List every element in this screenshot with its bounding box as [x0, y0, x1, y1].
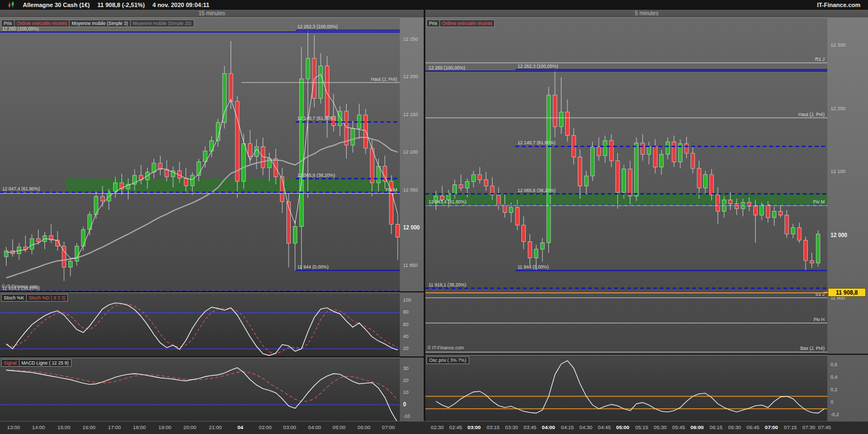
fib-zone	[425, 194, 827, 205]
level-label: 12 065,6 (38,20%)	[297, 173, 335, 178]
level-label: 12 140,7 (61,80%)	[518, 140, 556, 145]
x-axis-label: 04	[238, 424, 244, 430]
left-price-chart[interactable]: 12 260 (100,00%)12 262,3 (100,00%)Haut (…	[0, 17, 400, 291]
level-label: 12 262,3 (100,00%)	[518, 63, 558, 69]
stoch-d-line	[7, 304, 398, 354]
legend-item[interactable]: Prix	[426, 20, 440, 27]
x-axis-label: 05:30	[654, 424, 667, 430]
y-axis-label: 12 100	[831, 169, 846, 174]
legend-item[interactable]: Signal	[1, 359, 20, 367]
candles-layer	[434, 70, 820, 271]
legend-item[interactable]: MACD Ligne ( 12 25 9)	[19, 359, 72, 367]
level-label: 11 916,1 (38,20%)	[429, 282, 466, 288]
y-axis-label: 12 200	[831, 106, 846, 111]
y-axis-label: -0,2	[831, 412, 839, 417]
y-axis-label: 0,6	[831, 362, 838, 367]
level-label: 12 065,6 (38,20%)	[518, 188, 556, 193]
legend-item[interactable]: Stoch %K	[1, 294, 27, 302]
legend-item[interactable]: Moyenne mobile (Simple 3)	[69, 20, 130, 27]
legend-item[interactable]: Osc prix ( 3% 7%)	[426, 356, 469, 364]
x-axis-label: 19:00	[158, 424, 171, 430]
left-timeframe-header: 15 minutes	[0, 10, 424, 17]
right-osc-panel[interactable]	[425, 355, 827, 421]
y-axis-label: 12 000	[403, 225, 420, 231]
macd-line	[7, 368, 398, 421]
y-axis-label: -10	[403, 413, 410, 419]
legend-item[interactable]: Moyenne mobile (Simple 25)	[130, 20, 194, 27]
y-axis-label: 30	[403, 366, 409, 371]
x-axis-label: 02:30	[431, 424, 444, 430]
legend-item[interactable]: Prix	[1, 20, 15, 27]
y-axis-label: 11 950	[403, 263, 418, 268]
legend-item[interactable]: Ordres exécutés récents	[439, 20, 495, 27]
level-label: 12 047,4 (61,80%)	[2, 186, 40, 192]
x-axis-label: 02:00	[259, 424, 272, 430]
x-axis-label: 04:00	[308, 424, 321, 430]
brand: IT-Finance.com	[817, 2, 860, 8]
stoch-legend: Stoch %KStoch %D ( 8 3 3)	[2, 294, 68, 302]
x-axis-label: 07:00	[765, 424, 778, 430]
current-price-tag: 11 908,8	[828, 288, 866, 297]
y-axis-label: 20	[403, 378, 409, 383]
x-axis-label: 03:15	[487, 424, 500, 430]
datetime: 4 nov. 2020 09:04:11	[152, 2, 209, 8]
left-macd-panel[interactable]	[0, 358, 400, 421]
y-axis-label: 12 150	[403, 112, 418, 117]
last-quote: 11 908,8 (-2,51%)	[98, 2, 145, 8]
logo-candlestick-icon	[8, 1, 15, 9]
x-axis-label: 07:00	[382, 424, 395, 430]
y-axis-label: 0,2	[831, 387, 838, 392]
y-axis-label: 12 200	[403, 74, 418, 79]
x-axis-label: 03:45	[524, 424, 537, 430]
x-axis-label: 07:30	[802, 424, 815, 430]
y-axis-label: 12 050	[403, 187, 418, 193]
x-axis-label: 03:30	[505, 424, 518, 430]
legend-item[interactable]: Stoch %D ( 8 3 3)	[26, 294, 68, 302]
legend-item[interactable]: Ordres exécutés récents	[14, 20, 70, 27]
x-axis-label: 21:00	[209, 424, 222, 430]
level-label: 12 260 (100,00%)	[429, 65, 465, 71]
y-axis-label: 12 100	[403, 149, 418, 155]
right-timeframe-header: 5 minutes	[425, 10, 868, 17]
y-axis-label: 60	[403, 322, 409, 327]
x-axis-label: 05:45	[672, 424, 685, 430]
y-axis-label: 12 000	[831, 232, 847, 238]
left-stoch-panel[interactable]	[0, 292, 400, 356]
level-label: Piv M	[813, 199, 825, 205]
y-axis-label: 12 250	[403, 36, 418, 42]
x-axis-label: 17:00	[108, 424, 121, 430]
level-label: 12 140,7 (61,80%)	[297, 116, 335, 121]
right-price-legend: PrixOrdres exécutés récents	[427, 20, 495, 27]
stoch-k-line	[7, 303, 398, 355]
y-axis-label: 80	[403, 309, 409, 315]
x-axis-label: 04:30	[579, 424, 592, 430]
level-label: 12 047,4 (61,80%)	[429, 199, 467, 205]
x-axis-label: 06:45	[746, 424, 760, 430]
candles-layer	[4, 30, 400, 280]
x-axis-label: 03:00	[468, 424, 481, 430]
x-axis-label: 04:00	[542, 424, 555, 430]
x-axis-label: 06:00	[691, 424, 704, 430]
x-axis-label: 05:00	[333, 424, 346, 430]
right-price-chart[interactable]: R1 J12 260 (100,00%)12 262,3 (100,00%)Ha…	[425, 17, 827, 354]
x-axis-label: 06:00	[358, 424, 371, 430]
y-axis-label: 0,4	[831, 374, 838, 380]
x-axis-label: 04:15	[561, 424, 574, 430]
copyright-left: © IT-Finance.com	[2, 284, 38, 289]
level-label: Piv H	[814, 317, 825, 322]
current-price-tick	[824, 292, 828, 293]
x-axis-label: 03:00	[283, 424, 296, 430]
macd-signal-line	[7, 370, 398, 401]
right-price-axis-gutter	[827, 17, 868, 421]
y-axis-label: 100	[403, 297, 411, 303]
x-axis-label: 13:00	[7, 424, 20, 430]
x-axis-label: 05:15	[635, 424, 648, 430]
y-axis-label: 20	[403, 346, 409, 351]
x-axis-label: 15:00	[58, 424, 71, 430]
x-axis-label: 18:00	[133, 424, 146, 430]
level-label: Bas (J, Pré)	[800, 346, 825, 351]
instrument-title: Allemagne 30 Cash (1€)	[23, 2, 90, 8]
osc-line	[436, 361, 825, 413]
level-label: 11 944 (0,00%)	[297, 264, 329, 270]
ma3-line	[7, 74, 398, 258]
